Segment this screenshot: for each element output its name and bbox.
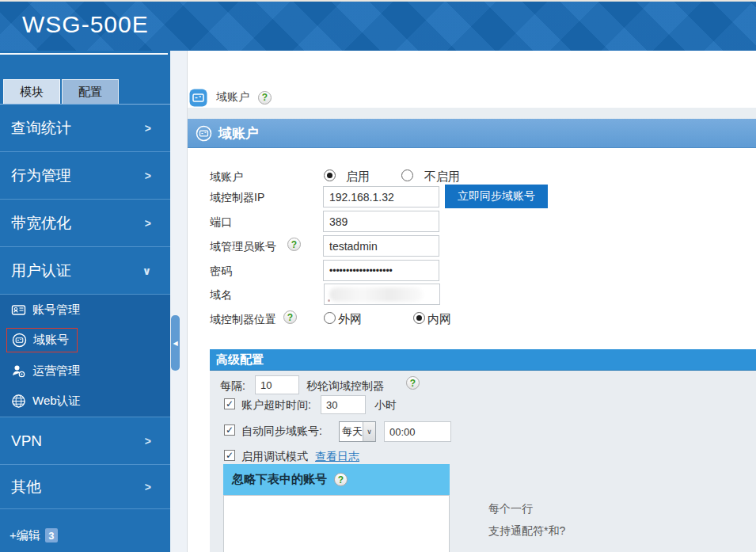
submenu-label: 域账号 [33,333,69,348]
sidebar-item-bandwidth[interactable]: 带宽优化 > [0,200,170,247]
id-card-icon [11,303,26,318]
radio-internal-label[interactable]: 内网 [427,312,451,327]
chevron-right-icon: > [145,481,151,493]
autosync-time-input[interactable] [384,421,451,442]
submenu-label: 账号管理 [32,303,80,318]
domain-account-icon [189,89,207,107]
debug-checkbox[interactable]: ✓ [224,450,235,461]
menu-label: VPN [11,432,42,450]
radio-disable-label[interactable]: 不启用 [424,169,460,185]
sidebar: 模块 配置 查询统计 > 行为管理 > 带宽优化 > 用户认证 ∨ 账号管理 [0,51,170,552]
sidebar-tabs: 模块 配置 [0,79,170,104]
sidebar-divider [0,53,168,55]
domain-account-icon [196,125,212,142]
help-icon[interactable]: ? [287,238,301,251]
poll-prefix-label: 每隔: [220,379,245,394]
tab-config[interactable]: 配置 [62,79,119,104]
header-strip [188,108,756,119]
ignore-list-textarea[interactable] [223,495,450,552]
timeout-checkbox[interactable]: ✓ [224,398,235,409]
help-icon[interactable]: ? [406,376,420,390]
sidebar-item-operations[interactable]: 运营管理 [0,356,170,386]
view-log-link[interactable]: 查看日志 [315,450,359,464]
admin-account-label: 域管理员账号 [210,240,276,254]
chevron-right-icon: > [145,169,151,182]
advanced-config-header: 高级配置 [210,349,756,371]
sidebar-edit-row: +编辑 3 [0,509,170,552]
chevron-right-icon: > [145,435,151,447]
debug-label: 启用调试模式 [241,450,308,464]
domain-name-label: 域名 [210,288,232,303]
chevron-down-icon: ∨ [363,422,375,441]
help-icon[interactable]: ? [334,473,348,486]
radio-external-label[interactable]: 外网 [338,312,362,327]
dc-ip-label: 域控制器IP [210,191,264,205]
password-label: 密码 [210,265,232,279]
radio-disable[interactable] [401,169,413,181]
dc-location-label: 域控制器位置 [210,313,276,327]
radio-enable-label[interactable]: 启用 [346,169,370,185]
sidebar-submenu-user-auth: 账号管理 域账号 运营管理 Web认证 [0,295,170,417]
chevron-down-icon: ∨ [142,265,151,277]
menu-label: 用户认证 [11,261,71,281]
sidebar-item-user-auth[interactable]: 用户认证 ∨ [0,247,170,295]
autosync-label: 自动同步域账号: [241,424,322,439]
redaction-blur [329,287,423,302]
sidebar-item-web-auth[interactable]: Web认证 [0,386,170,417]
sidebar-item-account-mgmt[interactable]: 账号管理 [0,295,170,325]
chevron-right-icon: > [145,217,151,230]
dc-ip-input[interactable] [323,186,439,207]
operator-icon [11,364,26,379]
timeout-input[interactable] [321,395,366,414]
edit-button[interactable]: +编辑 [9,528,40,543]
hint-one-per-line: 每个一行 [488,502,533,516]
section-title: 域账户 [218,124,259,143]
sync-domain-accounts-button[interactable]: 立即同步域账号 [445,185,548,208]
globe-icon [11,394,26,409]
help-icon[interactable]: ? [258,91,272,105]
autosync-frequency-select[interactable]: 每天 ∨ [339,421,376,442]
sidebar-menu: 查询统计 > 行为管理 > 带宽优化 > 用户认证 ∨ 账号管理 [0,104,170,552]
collapse-left-icon: ◀ [173,340,177,347]
poll-interval-input[interactable] [255,375,299,394]
poll-suffix-label: 秒轮询域控制器 [306,379,384,394]
section-header: 域账户 [188,119,756,148]
hint-wildcards: 支持通配符*和? [488,524,565,539]
domain-account-label: 域账户 [210,170,243,185]
edit-count-badge[interactable]: 3 [45,528,58,542]
menu-label: 其他 [11,477,41,497]
port-input[interactable] [323,211,439,232]
help-icon[interactable]: ? [283,310,297,324]
admin-account-input[interactable] [323,235,439,257]
selected-item-outline: 域账号 [6,328,78,352]
menu-label: 行为管理 [11,166,71,186]
menu-label: 带宽优化 [11,213,71,234]
advanced-config-title: 高级配置 [216,352,264,367]
autosync-checkbox[interactable]: ✓ [224,424,235,436]
sidebar-item-vpn[interactable]: VPN > [0,417,170,465]
sidebar-item-behavior[interactable]: 行为管理 > [0,152,170,200]
password-input[interactable] [323,260,439,281]
port-label: 端口 [210,215,232,230]
sidebar-item-query-stats[interactable]: 查询统计 > [0,105,170,152]
timeout-unit-label: 小时 [374,398,397,413]
domain-name-input-redacted[interactable] [324,284,440,305]
radio-internal-network[interactable] [413,312,425,324]
sidebar-collapse-handle[interactable]: ◀ [171,315,180,371]
app-title: WSG-500E [22,11,149,38]
sidebar-item-domain-account[interactable]: 域账号 [0,325,170,356]
sidebar-gutter: ◀ [170,51,188,552]
advanced-config-panel: 高级配置 每隔: 秒轮询域控制器 ? ✓ 账户超时时间: 小时 ✓ 自动同步域账… [210,349,756,552]
menu-label: 查询统计 [11,118,71,139]
tab-modules[interactable]: 模块 [3,79,60,104]
submenu-label: Web认证 [32,394,81,409]
radio-external-network[interactable] [324,312,336,324]
select-value: 每天 [340,422,363,441]
ignore-list-header: 忽略下表中的账号 ? [223,464,450,495]
breadcrumb: 域账户 ? [188,87,272,108]
redaction-dot [328,299,330,302]
ignore-list-title: 忽略下表中的账号 [232,472,327,487]
radio-enable[interactable] [324,169,336,181]
domain-card-icon [12,333,27,348]
sidebar-item-other[interactable]: 其他 > [0,465,170,509]
